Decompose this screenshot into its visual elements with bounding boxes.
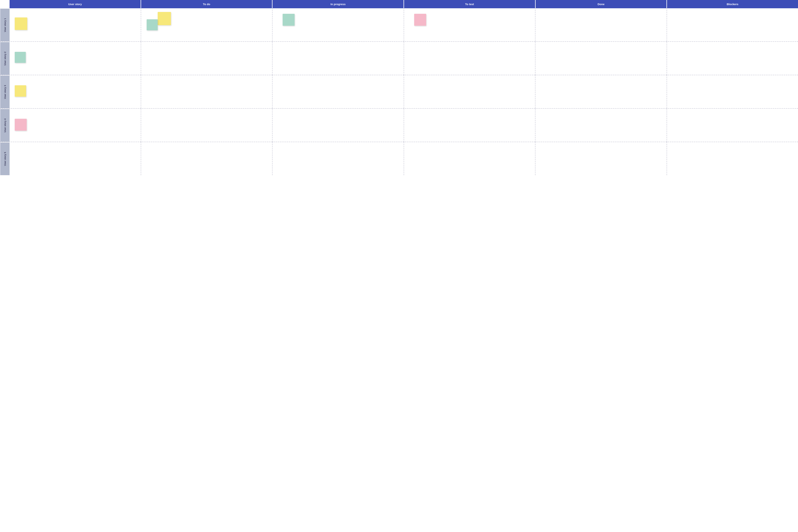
cell-r2-done[interactable] bbox=[536, 42, 667, 75]
cell-r3-blockers[interactable] bbox=[667, 75, 798, 108]
sticky-note[interactable] bbox=[15, 52, 26, 63]
col-header-to-test: To test bbox=[404, 0, 536, 8]
col-header-in-progress: In progress bbox=[272, 0, 404, 8]
board-row-4: User story 4 bbox=[0, 109, 798, 142]
cell-r1-blockers[interactable] bbox=[667, 8, 798, 41]
board-row-5: User story 5 bbox=[0, 142, 798, 175]
col-header-to-do: To do bbox=[141, 0, 273, 8]
cell-r4-user-story[interactable] bbox=[10, 109, 141, 142]
cell-r1-to-test[interactable] bbox=[404, 8, 536, 41]
cell-r2-to-do[interactable] bbox=[141, 42, 273, 75]
board-row-3: User story 3 bbox=[0, 75, 798, 109]
cell-r3-in-progress[interactable] bbox=[272, 75, 404, 108]
cell-r5-to-test[interactable] bbox=[404, 142, 536, 175]
cell-r3-to-test[interactable] bbox=[404, 75, 536, 108]
row-label-4: User story 4 bbox=[0, 109, 10, 142]
row-label-3: User story 3 bbox=[0, 75, 10, 108]
sticky-note[interactable] bbox=[15, 17, 27, 30]
cell-r3-to-do[interactable] bbox=[141, 75, 273, 108]
header-row: User story To do In progress To test Don… bbox=[0, 0, 798, 8]
cell-r1-to-do[interactable] bbox=[141, 8, 273, 41]
kanban-board: User story To do In progress To test Don… bbox=[0, 0, 798, 532]
col-header-blockers: Blockers bbox=[667, 0, 798, 8]
cell-r1-user-story[interactable] bbox=[10, 8, 141, 41]
sticky-note[interactable] bbox=[283, 14, 295, 26]
row-label-1: User story 1 bbox=[0, 8, 10, 41]
cell-r2-blockers[interactable] bbox=[667, 42, 798, 75]
cell-r5-done[interactable] bbox=[536, 142, 667, 175]
cell-r5-to-do[interactable] bbox=[141, 142, 273, 175]
cell-r1-done[interactable] bbox=[536, 8, 667, 41]
cell-r5-user-story[interactable] bbox=[10, 142, 141, 175]
cell-r3-done[interactable] bbox=[536, 75, 667, 108]
cell-r4-in-progress[interactable] bbox=[272, 109, 404, 142]
row-label-2: User story 2 bbox=[0, 42, 10, 75]
cell-r5-in-progress[interactable] bbox=[272, 142, 404, 175]
cell-r3-user-story[interactable] bbox=[10, 75, 141, 108]
cell-r1-in-progress[interactable] bbox=[272, 8, 404, 41]
cell-r2-user-story[interactable] bbox=[10, 42, 141, 75]
cell-r4-to-test[interactable] bbox=[404, 109, 536, 142]
cell-r5-blockers[interactable] bbox=[667, 142, 798, 175]
sticky-note[interactable] bbox=[414, 14, 426, 26]
col-header-user-story: User story bbox=[10, 0, 141, 8]
sticky-note[interactable] bbox=[15, 119, 27, 131]
corner-cell bbox=[0, 0, 10, 8]
cell-r2-to-test[interactable] bbox=[404, 42, 536, 75]
sticky-note[interactable] bbox=[158, 12, 171, 25]
col-header-done: Done bbox=[536, 0, 667, 8]
cell-r4-to-do[interactable] bbox=[141, 109, 273, 142]
row-label-5: User story 5 bbox=[0, 142, 10, 175]
cell-r4-done[interactable] bbox=[536, 109, 667, 142]
board-row-1: User story 1 bbox=[0, 8, 798, 42]
cell-r4-blockers[interactable] bbox=[667, 109, 798, 142]
sticky-note[interactable] bbox=[15, 85, 26, 97]
cell-r2-in-progress[interactable] bbox=[272, 42, 404, 75]
sticky-note[interactable] bbox=[147, 19, 158, 30]
board-row-2: User story 2 bbox=[0, 42, 798, 75]
